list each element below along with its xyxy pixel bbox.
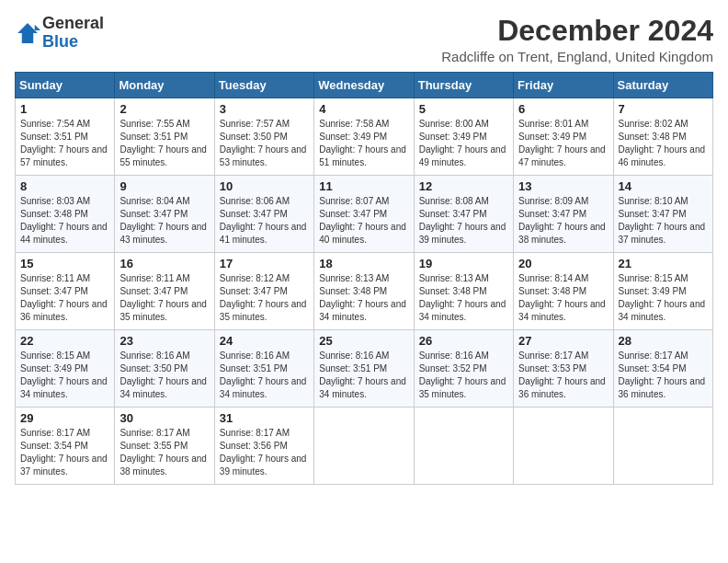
day-number: 29 (20, 411, 109, 425)
day-number: 1 (20, 102, 109, 116)
day-info: Sunrise: 8:01 AM Sunset: 3:49 PM Dayligh… (518, 118, 608, 169)
table-row (514, 408, 613, 485)
calendar-table: Sunday Monday Tuesday Wednesday Thursday… (15, 72, 713, 485)
day-info: Sunrise: 8:07 AM Sunset: 3:47 PM Dayligh… (319, 195, 408, 247)
col-friday: Friday (514, 73, 613, 98)
col-saturday: Saturday (613, 73, 712, 98)
day-info: Sunrise: 8:04 AM Sunset: 3:47 PM Dayligh… (119, 195, 209, 247)
table-row: 17 Sunrise: 8:12 AM Sunset: 3:47 PM Dayl… (214, 253, 313, 330)
day-info: Sunrise: 8:16 AM Sunset: 3:51 PM Dayligh… (319, 350, 408, 401)
page-header: General Blue December 2024 Radcliffe on … (15, 15, 713, 64)
col-thursday: Thursday (414, 73, 513, 98)
day-number: 16 (119, 257, 209, 270)
table-row: 18 Sunrise: 8:13 AM Sunset: 3:48 PM Dayl… (314, 253, 414, 330)
day-info: Sunrise: 8:17 AM Sunset: 3:55 PM Dayligh… (119, 427, 209, 478)
title-block: December 2024 Radcliffe on Trent, Englan… (441, 15, 713, 64)
calendar-week-row: 8 Sunrise: 8:03 AM Sunset: 3:48 PM Dayli… (16, 176, 713, 253)
table-row: 24 Sunrise: 8:16 AM Sunset: 3:51 PM Dayl… (214, 330, 313, 408)
day-number: 3 (220, 102, 309, 116)
logo-icon (15, 20, 40, 46)
table-row: 16 Sunrise: 8:11 AM Sunset: 3:47 PM Dayl… (115, 253, 214, 330)
calendar-week-row: 15 Sunrise: 8:11 AM Sunset: 3:47 PM Dayl… (16, 253, 713, 330)
day-info: Sunrise: 7:54 AM Sunset: 3:51 PM Dayligh… (20, 118, 109, 169)
day-number: 26 (419, 334, 508, 348)
day-number: 2 (119, 102, 209, 116)
day-number: 14 (619, 179, 708, 193)
day-number: 5 (419, 102, 508, 116)
day-info: Sunrise: 8:16 AM Sunset: 3:51 PM Dayligh… (220, 350, 309, 401)
day-info: Sunrise: 8:17 AM Sunset: 3:56 PM Dayligh… (220, 427, 309, 478)
table-row: 10 Sunrise: 8:06 AM Sunset: 3:47 PM Dayl… (214, 176, 313, 253)
table-row (314, 408, 414, 485)
table-row: 7 Sunrise: 8:02 AM Sunset: 3:48 PM Dayli… (613, 98, 712, 176)
svg-marker-0 (17, 23, 38, 43)
day-info: Sunrise: 8:13 AM Sunset: 3:48 PM Dayligh… (419, 272, 508, 324)
day-info: Sunrise: 8:12 AM Sunset: 3:47 PM Dayligh… (220, 272, 309, 324)
table-row: 25 Sunrise: 8:16 AM Sunset: 3:51 PM Dayl… (314, 330, 414, 408)
day-info: Sunrise: 8:10 AM Sunset: 3:47 PM Dayligh… (619, 195, 708, 247)
day-info: Sunrise: 8:06 AM Sunset: 3:47 PM Dayligh… (220, 195, 309, 247)
day-number: 4 (319, 102, 408, 116)
table-row: 20 Sunrise: 8:14 AM Sunset: 3:48 PM Dayl… (514, 253, 613, 330)
svg-marker-1 (35, 24, 40, 29)
day-info: Sunrise: 8:02 AM Sunset: 3:48 PM Dayligh… (619, 118, 708, 169)
col-monday: Monday (115, 73, 214, 98)
table-row: 4 Sunrise: 7:58 AM Sunset: 3:49 PM Dayli… (314, 98, 414, 176)
table-row: 28 Sunrise: 8:17 AM Sunset: 3:54 PM Dayl… (613, 330, 712, 408)
day-info: Sunrise: 8:03 AM Sunset: 3:48 PM Dayligh… (20, 195, 109, 247)
table-row: 14 Sunrise: 8:10 AM Sunset: 3:47 PM Dayl… (613, 176, 712, 253)
table-row: 8 Sunrise: 8:03 AM Sunset: 3:48 PM Dayli… (16, 176, 115, 253)
day-info: Sunrise: 8:11 AM Sunset: 3:47 PM Dayligh… (20, 272, 109, 324)
logo: General Blue (15, 15, 104, 52)
table-row: 26 Sunrise: 8:16 AM Sunset: 3:52 PM Dayl… (414, 330, 513, 408)
day-info: Sunrise: 8:15 AM Sunset: 3:49 PM Dayligh… (20, 350, 109, 401)
day-number: 15 (20, 257, 109, 270)
day-number: 17 (220, 257, 309, 270)
day-info: Sunrise: 8:14 AM Sunset: 3:48 PM Dayligh… (518, 272, 608, 324)
table-row: 9 Sunrise: 8:04 AM Sunset: 3:47 PM Dayli… (115, 176, 214, 253)
calendar-week-row: 22 Sunrise: 8:15 AM Sunset: 3:49 PM Dayl… (16, 330, 713, 408)
month-title: December 2024 (441, 15, 713, 47)
table-row: 29 Sunrise: 8:17 AM Sunset: 3:54 PM Dayl… (16, 408, 115, 485)
day-number: 23 (119, 334, 209, 348)
day-number: 6 (518, 102, 608, 116)
table-row: 2 Sunrise: 7:55 AM Sunset: 3:51 PM Dayli… (115, 98, 214, 176)
day-number: 31 (220, 411, 309, 425)
day-info: Sunrise: 8:17 AM Sunset: 3:53 PM Dayligh… (518, 350, 608, 401)
day-number: 25 (319, 334, 408, 348)
location-subtitle: Radcliffe on Trent, England, United King… (441, 49, 713, 64)
table-row: 5 Sunrise: 8:00 AM Sunset: 3:49 PM Dayli… (414, 98, 513, 176)
table-row: 1 Sunrise: 7:54 AM Sunset: 3:51 PM Dayli… (16, 98, 115, 176)
table-row: 15 Sunrise: 8:11 AM Sunset: 3:47 PM Dayl… (16, 253, 115, 330)
calendar-week-row: 29 Sunrise: 8:17 AM Sunset: 3:54 PM Dayl… (16, 408, 713, 485)
day-number: 18 (319, 257, 408, 270)
day-number: 12 (419, 179, 508, 193)
day-info: Sunrise: 8:15 AM Sunset: 3:49 PM Dayligh… (619, 272, 708, 324)
day-info: Sunrise: 7:58 AM Sunset: 3:49 PM Dayligh… (319, 118, 408, 169)
day-number: 8 (20, 179, 109, 193)
col-tuesday: Tuesday (214, 73, 313, 98)
day-info: Sunrise: 8:16 AM Sunset: 3:52 PM Dayligh… (419, 350, 508, 401)
table-row (414, 408, 513, 485)
day-info: Sunrise: 8:16 AM Sunset: 3:50 PM Dayligh… (119, 350, 209, 401)
day-number: 20 (518, 257, 608, 270)
table-row: 21 Sunrise: 8:15 AM Sunset: 3:49 PM Dayl… (613, 253, 712, 330)
day-number: 21 (619, 257, 708, 270)
table-row: 31 Sunrise: 8:17 AM Sunset: 3:56 PM Dayl… (214, 408, 313, 485)
day-info: Sunrise: 8:17 AM Sunset: 3:54 PM Dayligh… (619, 350, 708, 401)
table-row: 22 Sunrise: 8:15 AM Sunset: 3:49 PM Dayl… (16, 330, 115, 408)
logo-blue-text: Blue (42, 32, 78, 51)
table-row: 19 Sunrise: 8:13 AM Sunset: 3:48 PM Dayl… (414, 253, 513, 330)
day-number: 27 (518, 334, 608, 348)
calendar-week-row: 1 Sunrise: 7:54 AM Sunset: 3:51 PM Dayli… (16, 98, 713, 176)
table-row: 12 Sunrise: 8:08 AM Sunset: 3:47 PM Dayl… (414, 176, 513, 253)
table-row (613, 408, 712, 485)
table-row: 11 Sunrise: 8:07 AM Sunset: 3:47 PM Dayl… (314, 176, 414, 253)
table-row: 3 Sunrise: 7:57 AM Sunset: 3:50 PM Dayli… (214, 98, 313, 176)
day-number: 22 (20, 334, 109, 348)
table-row: 30 Sunrise: 8:17 AM Sunset: 3:55 PM Dayl… (115, 408, 214, 485)
day-info: Sunrise: 8:11 AM Sunset: 3:47 PM Dayligh… (119, 272, 209, 324)
day-number: 24 (220, 334, 309, 348)
logo-general-text: General (42, 14, 104, 32)
day-number: 28 (619, 334, 708, 348)
